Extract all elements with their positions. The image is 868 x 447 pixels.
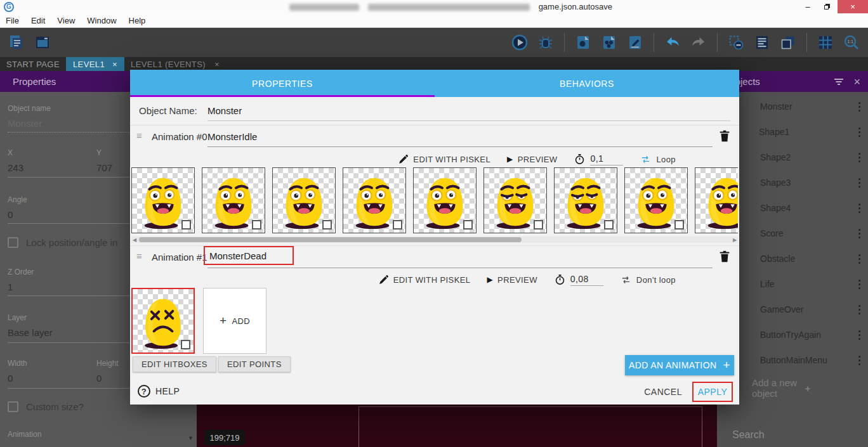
drag-handle-icon[interactable]: ≡ — [136, 250, 142, 261]
layer-field[interactable]: Base layer — [8, 327, 53, 338]
dialog-tab-properties[interactable]: PROPERTIES — [130, 70, 435, 97]
frame-checkbox[interactable] — [322, 220, 332, 230]
redo-icon[interactable] — [687, 31, 710, 54]
frame-checkbox[interactable] — [604, 220, 614, 230]
frame-checkbox[interactable] — [181, 220, 191, 230]
dialog-object-name-field[interactable]: Monster — [207, 105, 242, 116]
close-tab-icon[interactable]: × — [214, 60, 220, 69]
y-field[interactable]: 707 — [96, 162, 112, 173]
menu-file[interactable]: File — [6, 16, 19, 25]
edit-with-piskel-button[interactable]: EDIT WITH PISKEL — [378, 275, 471, 285]
animation-frame-thumbnail[interactable] — [202, 167, 265, 233]
z-order-field[interactable]: 1 — [8, 282, 13, 292]
frames-scrollbar[interactable]: ◀ ▶ — [131, 236, 738, 243]
cancel-button[interactable]: CANCEL — [644, 387, 682, 397]
search-input[interactable] — [731, 429, 865, 441]
object-menu-icon[interactable] — [858, 305, 860, 314]
animation0-name-field[interactable]: MonsterIdle — [207, 131, 257, 142]
object-menu-icon[interactable] — [858, 153, 860, 162]
preview-button[interactable]: ▶ PREVIEW — [487, 275, 537, 285]
loop-toggle[interactable]: Loop — [640, 154, 676, 165]
animation1-name-field[interactable]: MonsterDead — [209, 250, 266, 261]
edit-points-button[interactable]: EDIT POINTS — [218, 356, 291, 372]
animation-frame-thumbnail[interactable] — [131, 167, 195, 233]
object-menu-icon[interactable] — [858, 254, 860, 264]
time-between-frames-field[interactable]: 0,1 — [574, 153, 623, 165]
width-field[interactable]: 0 — [8, 373, 13, 384]
lock-position-checkbox[interactable] — [8, 237, 18, 248]
frame-checkbox[interactable] — [181, 340, 190, 349]
preview-play-icon[interactable] — [508, 31, 531, 54]
open-scene-properties-icon[interactable] — [624, 31, 647, 54]
toggle-grid-icon[interactable] — [814, 31, 837, 54]
apply-button[interactable]: APPLY — [698, 387, 728, 397]
frame-checkbox[interactable] — [674, 220, 684, 230]
time-between-frames-value[interactable]: 0,08 — [570, 274, 603, 286]
menu-window[interactable]: Window — [87, 16, 116, 25]
scrollbar-thumb[interactable] — [139, 237, 522, 242]
zoom-1-1-icon[interactable]: 1:1 — [840, 31, 863, 54]
object-menu-icon[interactable] — [858, 102, 860, 112]
object-row[interactable]: Score — [717, 221, 868, 246]
close-panel-icon[interactable]: × — [853, 76, 860, 87]
project-manager-icon[interactable] — [5, 31, 28, 54]
animation-frame-thumbnail[interactable] — [343, 167, 406, 233]
object-menu-icon[interactable] — [858, 356, 860, 365]
height-field[interactable]: 0 — [96, 373, 102, 384]
scroll-left-icon[interactable]: ◀ — [131, 237, 138, 243]
object-menu-icon[interactable] — [858, 229, 860, 238]
frame-checkbox[interactable] — [534, 220, 543, 230]
custom-size-checkbox[interactable] — [8, 401, 18, 412]
animation-frame-thumbnail[interactable] — [131, 288, 195, 354]
object-row[interactable]: Monster — [717, 94, 868, 119]
object-row[interactable]: Shape4 — [717, 195, 868, 221]
dialog-tab-behaviors[interactable]: BEHAVIORS — [435, 70, 739, 97]
object-row[interactable]: GameOver — [717, 297, 868, 322]
undo-icon[interactable] — [661, 31, 684, 54]
object-row[interactable]: Shape3 — [717, 170, 868, 195]
preview-button[interactable]: ▶ PREVIEW — [507, 155, 557, 164]
delete-animation-icon[interactable] — [718, 249, 732, 263]
edit-with-piskel-button[interactable]: EDIT WITH PISKEL — [398, 154, 490, 165]
frame-checkbox[interactable] — [252, 220, 261, 230]
restore-button[interactable] — [817, 0, 836, 13]
menu-view[interactable]: View — [57, 16, 75, 25]
object-row[interactable]: ♥Life — [717, 271, 868, 297]
object-row[interactable]: Shape1 — [717, 119, 868, 145]
open-object-groups-icon[interactable] — [598, 31, 621, 54]
frame-checkbox[interactable] — [463, 220, 473, 230]
object-menu-icon[interactable] — [858, 204, 860, 213]
debugger-icon[interactable] — [534, 31, 557, 54]
menu-edit[interactable]: Edit — [31, 16, 45, 25]
x-field[interactable]: 243 — [8, 162, 23, 173]
add-object-row[interactable]: Add a new object + — [717, 375, 868, 401]
open-layers-editor-icon[interactable] — [777, 31, 799, 54]
frame-checkbox[interactable] — [393, 220, 402, 230]
animation-dropdown-icon[interactable]: ▼ — [188, 435, 194, 441]
delete-instances-icon[interactable] — [725, 31, 747, 54]
object-menu-icon[interactable] — [858, 330, 860, 340]
time-between-frames-field[interactable]: 0,08 — [554, 273, 603, 286]
close-tab-icon[interactable]: × — [112, 60, 117, 69]
tab-level1[interactable]: LEVEL1× — [66, 57, 124, 71]
animation-frame-thumbnail[interactable] — [624, 167, 688, 233]
add-an-animation-button[interactable]: ADD AN ANIMATION + — [625, 355, 734, 375]
object-row[interactable]: ButtonMainMenu — [717, 347, 868, 373]
add-frame-button[interactable]: + ADD — [203, 288, 266, 354]
delete-animation-icon[interactable] — [718, 129, 732, 143]
menu-help[interactable]: Help — [129, 16, 146, 25]
object-row[interactable]: Obstacle — [717, 246, 868, 271]
animation-frame-thumbnail[interactable] — [272, 167, 336, 233]
start-page-icon[interactable] — [31, 31, 54, 54]
object-row[interactable]: ButtonTryAgain — [717, 322, 868, 347]
scroll-right-icon[interactable]: ▶ — [732, 237, 738, 243]
angle-field[interactable]: 0 — [8, 209, 13, 220]
time-between-frames-value[interactable]: 0,1 — [590, 153, 623, 165]
tab-start-page[interactable]: START PAGE — [6, 57, 60, 71]
tab-level1-events[interactable]: LEVEL1 (EVENTS)× — [131, 57, 220, 71]
animation-frame-thumbnail[interactable] — [554, 167, 617, 233]
object-menu-icon[interactable] — [858, 127, 860, 137]
animation-frame-thumbnail[interactable] — [413, 167, 477, 233]
loop-toggle[interactable]: Don't loop — [620, 275, 676, 285]
help-button[interactable]: ? HELP — [138, 385, 180, 398]
